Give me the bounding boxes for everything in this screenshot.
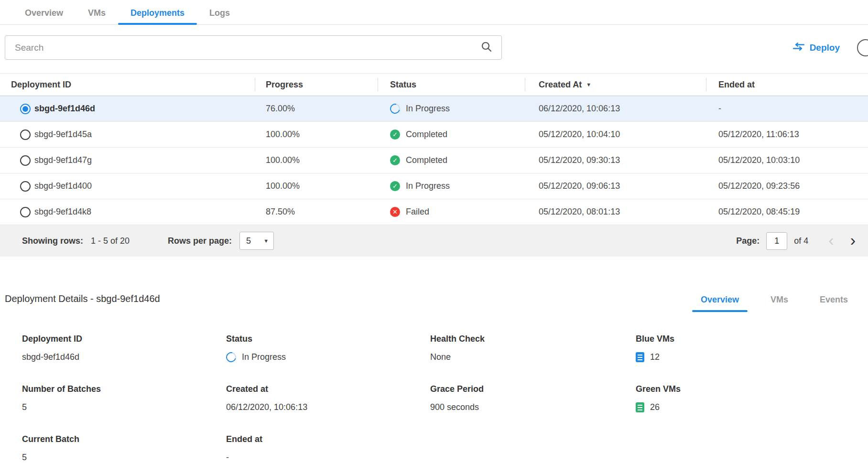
deploy-label: Deploy [810, 43, 840, 53]
created-at-cell: 05/12/2020, 09:30:13 [525, 155, 706, 165]
status-label: In Progress [406, 181, 450, 191]
swap-arrows-icon [793, 43, 804, 53]
page-total: of 4 [794, 236, 808, 246]
status-cell: Completed [378, 155, 525, 165]
field-label: Deployment ID [22, 334, 226, 344]
rows-per-page-select[interactable]: 5 ▼ [239, 232, 274, 250]
rows-per-page-value: 5 [246, 236, 251, 246]
tab-overview[interactable]: Overview [12, 1, 76, 24]
column-header-label: Created At [539, 80, 582, 90]
column-header-deployment-id[interactable]: Deployment ID [0, 74, 255, 96]
status-label: Completed [406, 155, 447, 165]
ended-at-cell: 05/12/2020, 09:23:56 [706, 181, 868, 191]
column-header-status[interactable]: Status [378, 74, 525, 96]
chevron-right-icon[interactable]: › [850, 232, 856, 250]
created-at-cell: 05/12/2020, 08:01:13 [525, 207, 706, 217]
check-circle-icon [390, 181, 400, 191]
field-label: Green VMs [636, 384, 868, 394]
tab-vms[interactable]: VMs [76, 1, 118, 24]
refresh-icon[interactable] [857, 39, 868, 56]
field-value: 5 [22, 452, 226, 463]
column-header-created-at[interactable]: Created At ▼ [525, 74, 706, 96]
page-input[interactable] [766, 232, 787, 250]
status-label: Failed [406, 207, 429, 217]
created-at-cell: 05/12/2020, 10:04:10 [525, 129, 706, 140]
details-header: Deployment Details - sbgd-9ef1d46d Overv… [0, 290, 868, 312]
ended-at-cell: 05/12/2020, 10:03:10 [706, 155, 868, 165]
x-circle-icon [390, 207, 400, 217]
field-label: Blue VMs [636, 334, 868, 344]
created-at-cell: 05/12/2020, 09:06:13 [525, 181, 706, 191]
ended-at-cell: 05/12/2020, 08:45:19 [706, 207, 868, 217]
field-current-batch: Current Batch 5 [22, 434, 226, 463]
column-header-progress[interactable]: Progress [255, 74, 378, 96]
created-at-cell: 06/12/2020, 10:06:13 [525, 104, 706, 114]
progress-cell: 87.50% [255, 207, 378, 217]
field-value: 12 [636, 352, 868, 362]
details-title: Deployment Details - sbgd-9ef1d46d [5, 293, 160, 312]
field-value: 26 [636, 402, 868, 412]
field-value: 5 [22, 402, 226, 412]
deployment-id-cell: sbgd-9ef1d4k8 [34, 207, 255, 217]
vm-count: 26 [650, 402, 660, 412]
deployment-id-cell: sbgd-9ef1d45a [34, 129, 255, 140]
status-cell: Completed [378, 129, 525, 140]
field-deployment-id: Deployment ID sbgd-9ef1d46d [22, 334, 226, 362]
ended-at-cell: 05/12/2020, 11:06:13 [706, 129, 868, 140]
details-tab-events[interactable]: Events [811, 290, 857, 312]
field-label: Current Batch [22, 434, 226, 444]
blue-vm-icon [636, 352, 644, 362]
pagination: Page: of 4 ‹ › [736, 232, 856, 250]
field-label: Grace Period [430, 384, 636, 394]
deployment-id-cell: sbgd-9ef1d46d [34, 104, 255, 114]
green-vm-icon [636, 402, 644, 412]
check-circle-icon [390, 129, 400, 140]
field-value: - [226, 452, 430, 463]
deploy-button[interactable]: Deploy [793, 43, 840, 53]
showing-rows-label: Showing rows: [22, 236, 83, 246]
radio-button[interactable] [20, 181, 31, 192]
progress-cell: 76.00% [255, 104, 378, 114]
field-label: Number of Batches [22, 384, 226, 394]
status-label: In Progress [406, 104, 450, 114]
vm-count: 12 [650, 352, 660, 362]
field-label: Ended at [226, 434, 430, 444]
table-row[interactable]: sbgd-9ef1d46d 76.00% In Progress 06/12/2… [0, 96, 868, 122]
radio-button[interactable] [20, 207, 31, 217]
details-tab-vms[interactable]: VMs [762, 290, 797, 312]
status-cell: Failed [378, 207, 525, 217]
main-tab-bar: Overview VMs Deployments Logs [0, 0, 868, 25]
table-footer: Showing rows: 1 - 5 of 20 Rows per page:… [0, 225, 868, 257]
table-header: Deployment ID Progress Status Created At… [0, 73, 868, 96]
field-blue-vms: Blue VMs 12 [636, 334, 868, 362]
field-value: 900 seconds [430, 402, 636, 412]
radio-button[interactable] [20, 155, 31, 166]
status-cell: In Progress [378, 181, 525, 191]
toolbar: Deploy [0, 35, 868, 60]
search-box[interactable] [5, 35, 502, 60]
table-row[interactable]: sbgd-9ef1d4k8 87.50% Failed 05/12/2020, … [0, 199, 868, 225]
field-value: 06/12/2020, 10:06:13 [226, 402, 430, 412]
table-row[interactable]: sbgd-9ef1d45a 100.00% Completed 05/12/20… [0, 122, 868, 148]
chevron-left-icon[interactable]: ‹ [828, 232, 834, 250]
table-row[interactable]: sbgd-9ef1d47g 100.00% Completed 05/12/20… [0, 148, 868, 173]
tab-logs[interactable]: Logs [197, 1, 242, 24]
tab-deployments[interactable]: Deployments [118, 1, 197, 24]
showing-rows-value: 1 - 5 of 20 [91, 236, 130, 246]
field-grace-period: Grace Period 900 seconds [430, 384, 636, 412]
table-row[interactable]: sbgd-9ef1d400 100.00% In Progress 05/12/… [0, 173, 868, 199]
deployment-id-cell: sbgd-9ef1d400 [34, 181, 255, 191]
radio-button[interactable] [20, 129, 31, 140]
search-input[interactable] [15, 43, 475, 53]
field-label: Status [226, 334, 430, 344]
field-number-of-batches: Number of Batches 5 [22, 384, 226, 412]
status-cell: In Progress [378, 104, 525, 114]
field-value: sbgd-9ef1d46d [22, 352, 226, 362]
rows-per-page-label: Rows per page: [168, 236, 232, 246]
sort-desc-icon[interactable]: ▼ [586, 82, 591, 87]
radio-button[interactable] [20, 104, 31, 114]
check-circle-icon [390, 155, 400, 165]
details-tab-overview[interactable]: Overview [692, 290, 748, 312]
field-created-at: Created at 06/12/2020, 10:06:13 [226, 384, 430, 412]
column-header-ended-at[interactable]: Ended at [706, 74, 868, 96]
